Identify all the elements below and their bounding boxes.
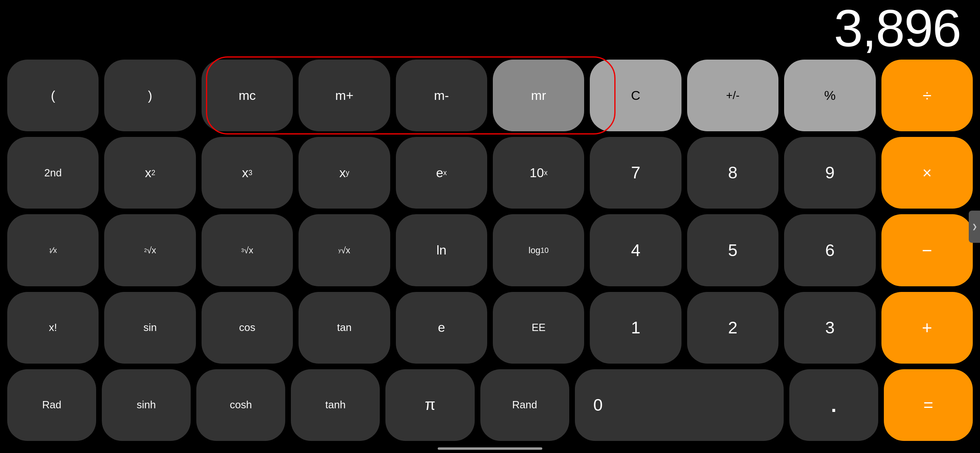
- plus-minus-button[interactable]: +/-: [687, 60, 778, 131]
- display-value: 3,896: [834, 2, 961, 54]
- decimal-button[interactable]: .: [789, 369, 878, 441]
- e-button[interactable]: e: [396, 292, 487, 364]
- m-minus-button[interactable]: m-: [396, 60, 487, 131]
- 0-button[interactable]: 0: [575, 369, 784, 441]
- ee-button[interactable]: EE: [493, 292, 584, 364]
- multiply-button[interactable]: ×: [881, 137, 973, 209]
- 8-button[interactable]: 8: [687, 137, 778, 209]
- sin-button[interactable]: sin: [104, 292, 196, 364]
- paren-open-button[interactable]: (: [7, 60, 99, 131]
- sinh-button[interactable]: sinh: [102, 369, 191, 441]
- 10x-button[interactable]: 10x: [493, 137, 584, 209]
- tanh-button[interactable]: tanh: [291, 369, 380, 441]
- 2-button[interactable]: 2: [687, 292, 778, 364]
- cos-button[interactable]: cos: [202, 292, 293, 364]
- home-indicator: [438, 447, 542, 450]
- 5-button[interactable]: 5: [687, 214, 778, 286]
- 4-button[interactable]: 4: [590, 214, 681, 286]
- row-5: Rad sinh cosh tanh π Rand 0 . =: [7, 369, 973, 441]
- xy-button[interactable]: xy: [299, 137, 390, 209]
- clear-button[interactable]: C: [590, 60, 681, 131]
- log10-button[interactable]: log10: [493, 214, 584, 286]
- memory-row: ( ) mc m+ m- mr C +/- % ÷: [7, 60, 973, 131]
- subtract-button[interactable]: −: [881, 214, 973, 286]
- calculator-grid: ( ) mc m+ m- mr C +/- % ÷ 2nd x2 x3 xy e…: [0, 60, 980, 441]
- calculator-display: 3,896: [0, 0, 980, 58]
- inv-x-button[interactable]: 1⁄x: [7, 214, 99, 286]
- 3-button[interactable]: 3: [784, 292, 875, 364]
- chevron-left-icon: ❯: [972, 223, 977, 230]
- mc-button[interactable]: mc: [202, 60, 293, 131]
- sqrty-button[interactable]: y√x: [299, 214, 390, 286]
- equals-button[interactable]: =: [884, 369, 973, 441]
- 7-button[interactable]: 7: [590, 137, 681, 209]
- 6-button[interactable]: 6: [784, 214, 875, 286]
- ex-button[interactable]: ex: [396, 137, 487, 209]
- sqrt3-button[interactable]: 3√x: [202, 214, 293, 286]
- rad-button[interactable]: Rad: [7, 369, 96, 441]
- rand-button[interactable]: Rand: [480, 369, 569, 441]
- pi-button[interactable]: π: [385, 369, 474, 441]
- row-4: x! sin cos tan e EE 1 2 3 +: [7, 292, 973, 364]
- tan-button[interactable]: tan: [299, 292, 390, 364]
- factorial-button[interactable]: x!: [7, 292, 99, 364]
- 9-button[interactable]: 9: [784, 137, 875, 209]
- percent-button[interactable]: %: [784, 60, 875, 131]
- sqrt2-button[interactable]: 2√x: [104, 214, 196, 286]
- x2-button[interactable]: x2: [104, 137, 196, 209]
- paren-close-button[interactable]: ): [104, 60, 196, 131]
- sidebar-handle[interactable]: ❯: [969, 211, 980, 243]
- 1-button[interactable]: 1: [590, 292, 681, 364]
- 2nd-button[interactable]: 2nd: [7, 137, 99, 209]
- mr-button[interactable]: mr: [493, 60, 584, 131]
- m-plus-button[interactable]: m+: [299, 60, 390, 131]
- cosh-button[interactable]: cosh: [196, 369, 285, 441]
- divide-button[interactable]: ÷: [881, 60, 973, 131]
- row-2: 2nd x2 x3 xy ex 10x 7 8 9 ×: [7, 137, 973, 209]
- row-3: 1⁄x 2√x 3√x y√x ln log10 4 5 6 −: [7, 214, 973, 286]
- x3-button[interactable]: x3: [202, 137, 293, 209]
- ln-button[interactable]: ln: [396, 214, 487, 286]
- add-button[interactable]: +: [881, 292, 973, 364]
